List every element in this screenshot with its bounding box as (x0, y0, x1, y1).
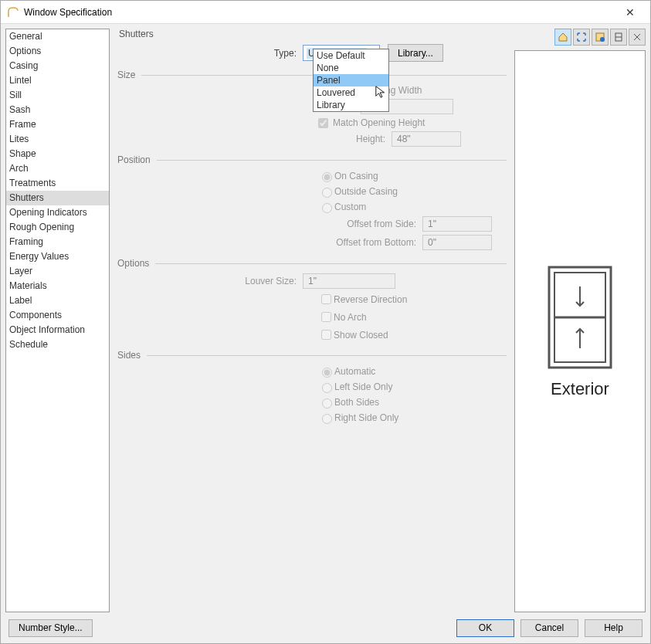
view-home-icon[interactable] (554, 29, 571, 46)
on-casing-radio (322, 172, 332, 182)
type-option-panel[interactable]: Panel (314, 74, 388, 86)
nav-item-energy-values[interactable]: Energy Values (6, 249, 109, 264)
preview-panel: Exterior (514, 29, 646, 612)
titlebar: Window Specification ✕ (1, 1, 650, 24)
sides-group: Sides Automatic Left Side Only Both Side… (117, 350, 507, 424)
preview-toolbar (514, 29, 646, 47)
options-group: Options Louver Size: Reverse Direction N… (117, 258, 507, 342)
automatic-radio (322, 368, 332, 378)
right-only-radio (322, 414, 332, 424)
offset-side-label: Offset from Side: (117, 219, 422, 229)
nav-item-lintel[interactable]: Lintel (6, 73, 109, 88)
nav-item-options[interactable]: Options (6, 44, 109, 59)
panel-title: Shutters (117, 29, 507, 39)
main-area: Shutters Type: Use Default ▼ Library... … (114, 29, 646, 612)
custom-radio (322, 203, 332, 213)
reverse-label: Reverse Direction (334, 294, 407, 305)
louver-size-field (303, 273, 395, 289)
window-title: Window Specification (7, 6, 616, 19)
nav-item-sash[interactable]: Sash (6, 103, 109, 117)
on-casing-label: On Casing (334, 171, 378, 181)
app-icon (7, 6, 19, 19)
svg-point-1 (600, 37, 605, 42)
cancel-button[interactable]: Cancel (520, 619, 578, 637)
dialog-body: GeneralOptionsCasingLintelSillSashFrameL… (1, 24, 650, 612)
nav-item-label[interactable]: Label (6, 293, 109, 308)
nav-item-rough-opening[interactable]: Rough Opening (6, 220, 109, 235)
match-height-checkbox (318, 118, 328, 128)
window-preview-icon (545, 263, 615, 371)
preview-viewport[interactable]: Exterior (514, 50, 646, 612)
show-closed-label: Show Closed (334, 330, 388, 341)
title-text: Window Specification (24, 7, 112, 18)
view-wire-icon[interactable] (610, 29, 627, 46)
offset-side-field (422, 216, 492, 232)
match-height-label: Match Opening Height (333, 117, 425, 128)
size-group: Size Match Opening Width Match Opening H… (117, 69, 507, 147)
position-group-title: Position (117, 154, 151, 165)
outside-casing-label: Outside Casing (334, 186, 398, 197)
position-group: Position On Casing Outside Casing Custom… (117, 154, 507, 250)
window-specification-dialog: Window Specification ✕ GeneralOptionsCas… (0, 0, 651, 644)
both-sides-label: Both Sides (334, 397, 379, 408)
close-button[interactable]: ✕ (616, 6, 644, 19)
nav-item-opening-indicators[interactable]: Opening Indicators (6, 205, 109, 220)
category-nav[interactable]: GeneralOptionsCasingLintelSillSashFrameL… (5, 29, 110, 612)
view-fullscreen-icon[interactable] (573, 29, 590, 46)
outside-casing-radio (322, 188, 332, 198)
nav-item-materials[interactable]: Materials (6, 279, 109, 293)
sides-group-title: Sides (117, 350, 141, 361)
type-option-library[interactable]: Library (314, 99, 388, 111)
nav-item-sill[interactable]: Sill (6, 88, 109, 103)
form-panel: Shutters Type: Use Default ▼ Library... … (114, 29, 510, 612)
ok-button[interactable]: OK (456, 619, 514, 637)
nav-item-shape[interactable]: Shape (6, 147, 109, 161)
nav-item-lites[interactable]: Lites (6, 132, 109, 147)
type-option-use-default[interactable]: Use Default (314, 49, 388, 62)
nav-item-shutters[interactable]: Shutters (6, 191, 109, 205)
nav-item-schedule[interactable]: Schedule (6, 337, 109, 352)
dialog-footer: Number Style... OK Cancel Help (1, 612, 650, 643)
height-label: Height: (117, 134, 392, 144)
both-sides-radio (322, 398, 332, 408)
help-button[interactable]: Help (585, 619, 643, 637)
show-closed-checkbox (321, 330, 331, 340)
options-group-title: Options (117, 258, 149, 269)
number-style-button[interactable]: Number Style... (8, 619, 93, 637)
offset-bottom-field (422, 235, 492, 250)
size-group-title: Size (117, 69, 135, 80)
reverse-checkbox (321, 294, 331, 304)
nav-item-components[interactable]: Components (6, 308, 109, 323)
nav-item-frame[interactable]: Frame (6, 117, 109, 132)
nav-item-object-information[interactable]: Object Information (6, 323, 109, 337)
offset-bottom-label: Offset from Bottom: (117, 237, 422, 248)
view-cross-icon[interactable] (629, 29, 646, 46)
custom-label: Custom (334, 202, 366, 212)
type-dropdown-popup[interactable]: Use DefaultNonePanelLouveredLibrary (313, 49, 389, 112)
preview-caption: Exterior (551, 379, 609, 399)
left-only-label: Left Side Only (334, 381, 392, 392)
nav-item-framing[interactable]: Framing (6, 235, 109, 249)
type-row: Type: Use Default ▼ Library... (117, 44, 507, 62)
match-height-row: Match Opening Height (318, 117, 507, 128)
view-color-icon[interactable] (592, 29, 609, 46)
type-option-louvered[interactable]: Louvered (314, 86, 388, 99)
louver-size-label: Louver Size: (117, 276, 303, 286)
type-option-none[interactable]: None (314, 62, 388, 74)
automatic-label: Automatic (334, 366, 375, 377)
nav-item-layer[interactable]: Layer (6, 264, 109, 279)
no-arch-checkbox (321, 312, 331, 322)
nav-item-general[interactable]: General (6, 29, 109, 44)
right-only-label: Right Side Only (334, 412, 398, 423)
left-only-radio (322, 383, 332, 393)
nav-item-arch[interactable]: Arch (6, 161, 109, 176)
nav-item-casing[interactable]: Casing (6, 59, 109, 73)
no-arch-label: No Arch (334, 312, 367, 323)
type-label: Type: (117, 48, 303, 59)
nav-item-treatments[interactable]: Treatments (6, 176, 109, 191)
height-field (392, 131, 461, 147)
library-button[interactable]: Library... (388, 44, 443, 62)
